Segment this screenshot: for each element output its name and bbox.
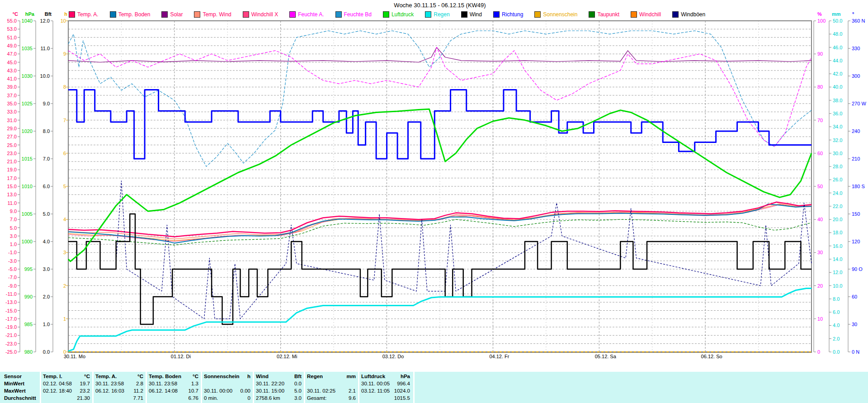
table-cell-datetime: 30.11. 22:20 (256, 380, 284, 387)
mm-tick-label: 40.0 (833, 84, 842, 90)
bft-tick-label: 3.0 (43, 266, 50, 272)
table-cell-datetime: MaxWert (4, 387, 26, 394)
mm-tick-label: 2.0 (833, 336, 840, 341)
hours-tick-label: 7 (63, 118, 66, 123)
table-cell-value: 0 (248, 394, 250, 402)
table-separator (358, 372, 359, 403)
table-column-group: LuftdruckhPa30.11. 00:05996.403.12. 11:0… (360, 373, 412, 402)
table-cell-datetime: Durchschnitt (4, 394, 36, 402)
temp-tick-label: -17.0 (5, 316, 17, 322)
percent-tick-label: 30 (817, 250, 823, 255)
date-label: 06.12. So (691, 354, 732, 359)
bft-tick-label: 11.0 (40, 46, 50, 51)
temp-tick-label: 45.0 (7, 60, 17, 65)
percent-tick-label: 60 (817, 151, 823, 156)
percent-tick-label: 50 (817, 184, 823, 189)
table-header-cell: Temp. A. (95, 373, 117, 380)
temp-tick-label: 11.0 (7, 200, 17, 206)
deg-tick-label: 240 (852, 128, 860, 134)
table-separator (40, 372, 41, 403)
hpa-tick-label: 1025 (22, 101, 33, 106)
table-cell-value: 2.8 (136, 380, 143, 387)
table-header-cell: Regen (307, 373, 323, 380)
hpa-tick-label: 1035 (22, 46, 33, 51)
table-column-group: Temp. A.°C30.11. 23:582.806.12. 16:0311.… (94, 373, 146, 402)
table-cell-datetime: 03.12. 11:05 (361, 387, 390, 394)
mm-tick-label: 8.0 (833, 296, 840, 302)
mm-tick-label: 34.0 (833, 124, 842, 129)
temp-boden-line (68, 204, 811, 243)
percent-tick-label: 70 (817, 118, 823, 123)
hours-tick-label: 5 (63, 184, 66, 189)
percent-tick-label: 10 (817, 316, 823, 322)
mm-tick-label: 10.0 (833, 283, 842, 289)
table-column-group: Temp. Boden°C30.11. 23:581.306.12. 14:08… (147, 373, 201, 402)
hpa-tick-label: 995 (24, 266, 33, 272)
table-cell-value: 1015.5 (394, 394, 410, 402)
temp-tick-label: 19.0 (7, 167, 17, 172)
temp-tick-label: -1.0 (8, 250, 17, 255)
deg-tick-label: 60 (852, 294, 857, 299)
table-header-unit: mm (347, 373, 356, 380)
temp-tick-label: 15.0 (7, 184, 17, 189)
table-header-unit: °C (193, 373, 198, 380)
hpa-tick-label: 1020 (22, 128, 33, 134)
temp-tick-label: -3.0 (8, 258, 17, 264)
table-column-group: WindBft30.11. 22:200.030.11. 15:005.0275… (255, 373, 304, 402)
deg-tick-label: 360 N (852, 18, 865, 24)
mm-tick-label: 38.0 (833, 98, 842, 103)
table-column-group: Temp. I.°C02.12. 04:5819.702.12. 18:4023… (42, 373, 92, 402)
temp-tick-label: 17.0 (7, 175, 17, 181)
mm-tick-label: 18.0 (833, 230, 842, 235)
table-header-cell: Wind (256, 373, 269, 380)
table-cell-value: 19.7 (80, 380, 90, 387)
bft-tick-label: 7.0 (43, 156, 50, 161)
table-cell-datetime: 02.12. 04:58 (43, 380, 72, 387)
hours-tick-label: 6 (63, 151, 66, 156)
percent-tick-label: 40 (817, 217, 823, 222)
date-label: 04.12. Fr (479, 354, 519, 359)
table-separator (413, 372, 415, 403)
mm-tick-label: 20.0 (833, 217, 842, 222)
mm-tick-label: 24.0 (833, 190, 842, 196)
table-cell-value: 7.71 (133, 394, 143, 402)
deg-tick-label: 90 O (852, 266, 863, 272)
date-label: 01.12. Di (160, 354, 201, 359)
mm-tick-label: 28.0 (833, 164, 842, 169)
table-header-cell: Sensor (4, 373, 22, 380)
table-header-cell: Temp. Boden (149, 373, 181, 380)
bft-tick-label: 12.0 (40, 18, 50, 24)
hours-tick-label: 2 (63, 283, 66, 289)
temp-tick-label: -5.0 (8, 266, 17, 272)
mm-tick-label: 46.0 (833, 45, 842, 50)
table-cell-datetime: Gesamt: (307, 394, 326, 402)
hpa-tick-label: 990 (24, 294, 33, 299)
chart-canvas: -25.0-23.0-21.0-19.0-17.0-15.0-13.0-11.0… (0, 0, 868, 371)
temp-tick-label: -13.0 (5, 299, 17, 305)
mm-tick-label: 22.0 (833, 204, 842, 209)
table-header-unit: h (247, 373, 250, 380)
bft-tick-label: 1.0 (43, 322, 50, 327)
deg-tick-label: 300 (852, 73, 860, 79)
mm-tick-label: 30.0 (833, 151, 842, 156)
table-column-group: Sonnenscheinh30.11. 00:000.000 min.0 (203, 373, 253, 402)
temp-tick-label: 51.0 (7, 35, 17, 40)
table-header-unit: Bft (294, 373, 302, 380)
deg-tick-label: 330 (852, 46, 860, 51)
table-cell-datetime: 30.11. 02:25 (307, 387, 335, 394)
mm-tick-label: 32.0 (833, 137, 842, 143)
hpa-tick-label: 1040 (22, 18, 33, 24)
weather-chart-window: Woche 30.11.15 - 06.12.15 (KW49) °ChPaBf… (0, 0, 868, 403)
table-cell-value: 11.2 (133, 387, 143, 394)
mm-tick-label: 42.0 (833, 71, 842, 76)
bft-tick-label: 10.0 (40, 73, 50, 79)
mm-tick-label: 36.0 (833, 111, 842, 116)
table-cell-value: 3.0 (294, 394, 302, 402)
mm-tick-label: 16.0 (833, 243, 842, 249)
percent-tick-label: 90 (817, 51, 823, 57)
table-separator (201, 372, 202, 403)
table-cell-datetime: 30.11. 23:58 (95, 380, 124, 387)
temp-tick-label: 7.0 (10, 217, 17, 222)
table-separator (146, 372, 147, 403)
percent-tick-label: 100 (817, 18, 826, 24)
